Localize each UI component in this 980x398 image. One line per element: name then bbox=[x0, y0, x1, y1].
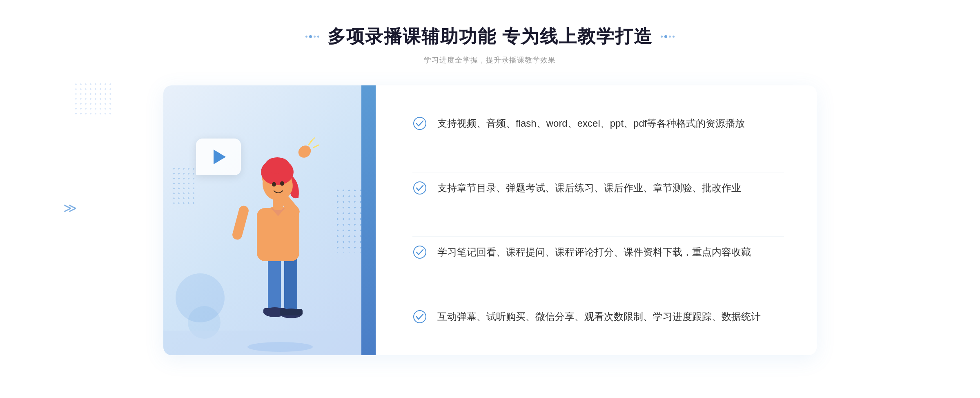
feature-item-2: 支持章节目录、弹题考试、课后练习、课后作业、章节测验、批改作业 bbox=[412, 172, 784, 204]
svg-point-0 bbox=[247, 342, 313, 352]
feature-item-3: 学习笔记回看、课程提问、课程评论打分、课件资料下载，重点内容收藏 bbox=[412, 236, 784, 268]
blue-stripe bbox=[361, 85, 376, 355]
svg-rect-2 bbox=[284, 255, 297, 312]
check-icon-2 bbox=[412, 181, 427, 195]
page-title: 多项录播课辅助功能 专为线上教学打造 bbox=[327, 25, 653, 49]
page-container: ≫ 多项录播课辅助功能 专为线上教学打造 学习进度全掌握，提升录播课教学效果 bbox=[0, 0, 980, 398]
svg-rect-1 bbox=[268, 253, 281, 312]
content-wrapper: 支持视频、音频、flash、word、excel、ppt、pdf等各种格式的资源… bbox=[163, 85, 817, 355]
feature-text-3: 学习笔记回看、课程提问、课程评论打分、课件资料下载，重点内容收藏 bbox=[437, 244, 751, 261]
feature-text-4: 互动弹幕、试听购买、微信分享、观看次数限制、学习进度跟踪、数据统计 bbox=[437, 309, 761, 325]
feature-item-4: 互动弹幕、试听购买、微信分享、观看次数限制、学习进度跟踪、数据统计 bbox=[412, 301, 784, 333]
svg-line-19 bbox=[314, 145, 318, 148]
svg-point-23 bbox=[414, 246, 426, 258]
svg-point-14 bbox=[265, 157, 290, 174]
person-illustration bbox=[211, 126, 341, 355]
svg-point-22 bbox=[414, 182, 426, 194]
check-icon-1 bbox=[412, 116, 427, 131]
svg-rect-6 bbox=[280, 309, 303, 315]
left-illustration-panel bbox=[163, 85, 376, 355]
svg-point-21 bbox=[414, 117, 426, 130]
header-section: 多项录播课辅助功能 专为线上教学打造 学习进度全掌握，提升录播课教学效果 bbox=[305, 25, 675, 65]
svg-rect-9 bbox=[231, 205, 249, 241]
right-features-panel: 支持视频、音频、flash、word、excel、ppt、pdf等各种格式的资源… bbox=[376, 85, 817, 355]
arrow-left-decoration: ≫ bbox=[63, 200, 77, 216]
feature-text-2: 支持章节目录、弹题考试、课后练习、课后作业、章节测验、批改作业 bbox=[437, 180, 741, 197]
title-decoration-right bbox=[661, 35, 675, 38]
panel-dots-left bbox=[172, 166, 196, 207]
title-decoration-left bbox=[305, 35, 319, 38]
check-icon-4 bbox=[412, 309, 427, 324]
svg-point-17 bbox=[296, 143, 314, 160]
feature-item-1: 支持视频、音频、flash、word、excel、ppt、pdf等各种格式的资源… bbox=[412, 108, 784, 139]
svg-point-15 bbox=[272, 182, 276, 187]
svg-point-24 bbox=[414, 311, 426, 323]
page-subtitle: 学习进度全掌握，提升录播课教学效果 bbox=[305, 55, 675, 65]
svg-point-16 bbox=[280, 181, 284, 186]
feature-text-1: 支持视频、音频、flash、word、excel、ppt、pdf等各种格式的资源… bbox=[437, 115, 745, 132]
check-icon-3 bbox=[412, 245, 427, 259]
svg-line-20 bbox=[310, 138, 315, 142]
dots-decoration-left bbox=[74, 82, 114, 114]
title-row: 多项录播课辅助功能 专为线上教学打造 bbox=[305, 25, 675, 49]
